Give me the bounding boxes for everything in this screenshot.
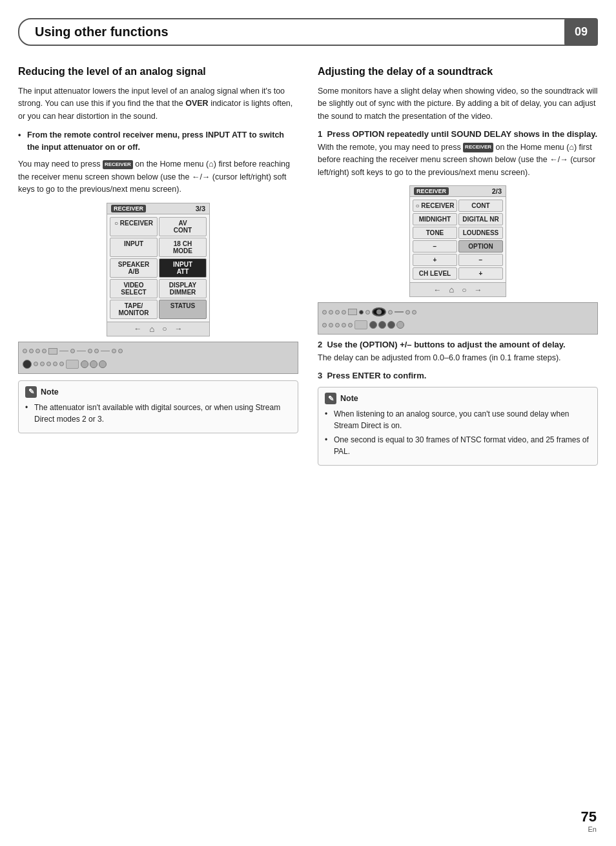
fp-r-circles	[369, 321, 404, 329]
page-title: Using other functions	[35, 25, 169, 39]
step-2-text: The delay can be adjusted from 0.0–6.0 f…	[318, 352, 598, 364]
step-1: 1 Press OPTION repeatedly until SOUND DE…	[318, 129, 598, 179]
fp-dot-4	[42, 349, 46, 353]
nav-right-arrow-left: →	[175, 324, 183, 333]
menu-btn-receiver: ○ RECEIVER	[110, 217, 158, 236]
menu-btn-inputatt: INPUTATT	[159, 258, 207, 278]
fp-sq-1	[48, 348, 57, 355]
menu-btn-display: DISPLAYDIMMER	[159, 279, 207, 298]
page-number-badge: 09	[564, 18, 598, 46]
page-footer: 75 En	[581, 809, 597, 833]
home-btn-right: ⌂	[449, 285, 454, 294]
fp-row1-right	[322, 305, 593, 318]
front-panel-left	[18, 342, 298, 374]
nav-right-arrow-r: →	[475, 285, 482, 294]
receiver-menu-grid-left: ○ RECEIVER AVCONT INPUT 18 CHMODE SPEAKE…	[107, 214, 209, 322]
fp-r-dot-3	[335, 310, 340, 315]
note-icon-left: ✎	[25, 386, 37, 398]
receiver-page-left: 3/3	[196, 205, 205, 212]
right-column: Adjusting the delay of a soundtrack Some…	[318, 65, 598, 466]
nav-circle-right: ○	[462, 285, 466, 294]
note-label-left: Note	[41, 387, 59, 397]
step-2-label: 2 Use the (OPTION) +/– buttons to adjust…	[318, 340, 598, 349]
receiver-menu-left: RECEIVER 3/3 ○ RECEIVER AVCONT INPUT 18 …	[107, 203, 210, 336]
right-section-title: Adjusting the delay of a soundtrack	[318, 65, 598, 79]
fp-r-dot-12	[335, 323, 340, 327]
menu-btn-status: STATUS	[159, 300, 207, 319]
receiver-logo-right: RECEIVER	[414, 187, 449, 195]
receiver-menu-footer-right: ← ⌂ ○ →	[410, 282, 506, 296]
fp-circle-1	[81, 360, 88, 368]
fp-dash-1	[59, 351, 68, 352]
fp-r-sq-1	[348, 309, 357, 315]
fp-dash-3	[101, 351, 110, 352]
menu-btn-r-plus: +	[413, 254, 457, 266]
fp-dot-10	[34, 362, 38, 366]
fp-r-dot-5	[359, 310, 364, 315]
fp-dot-2	[29, 349, 34, 353]
fp-r-dot-2	[329, 310, 333, 315]
fp-dot-12	[46, 362, 51, 366]
fp-r-circle-3	[387, 321, 395, 329]
menu-btn-r-digitalnr: DIGITAL NR	[458, 213, 503, 225]
fp-dot-3	[36, 349, 40, 353]
note-item-right-2: One second is equal to 30 frames of NTSC…	[325, 434, 591, 457]
fp-r-dot-10	[322, 323, 327, 327]
left-section-intro: The input attenuator lowers the input le…	[18, 85, 298, 123]
fp-circles	[81, 360, 107, 368]
home-btn-left: ⌂	[149, 324, 154, 334]
fp-r-dot-8	[406, 310, 410, 315]
fp-dot-5	[70, 349, 75, 353]
menu-btn-r-chlevel: CH LEVEL	[413, 267, 457, 280]
receiver-logo-left: RECEIVER	[111, 205, 146, 212]
fp-circle-3	[99, 360, 107, 368]
receiver-menu-footer-left: ← ⌂ ○ →	[107, 322, 209, 336]
step-3-label: 3 Press ENTER to confirm.	[318, 371, 598, 380]
fp-dot-14	[59, 362, 64, 366]
menu-btn-18ch: 18 CHMODE	[159, 238, 207, 257]
fp-r-inner-dot	[376, 309, 382, 315]
menu-btn-r-chminus: −	[458, 254, 503, 266]
step-1-label: 1 Press OPTION repeatedly until SOUND DE…	[318, 129, 598, 139]
left-sub-text: You may need to press RECEIVER on the Ho…	[18, 158, 298, 196]
note-box-left: ✎ Note The attenuator isn't available wi…	[18, 380, 298, 433]
fp-dot-6	[88, 349, 92, 353]
step-1-text: With the remote, you may need to press R…	[318, 141, 598, 179]
fp-row2-left	[23, 358, 294, 371]
note-title-right: ✎ Note	[325, 393, 591, 404]
fp-dot-8	[112, 349, 116, 353]
note-box-right: ✎ Note When listening to an analog sourc…	[318, 387, 598, 466]
menu-btn-avcont: AVCONT	[159, 217, 207, 236]
fp-r-circle-2	[378, 321, 386, 329]
fp-dot-7	[94, 349, 99, 353]
nav-circle-left: ○	[162, 324, 167, 333]
receiver-icon-left: RECEIVER	[103, 160, 133, 169]
fp-r-dot-11	[329, 323, 333, 327]
fp-r-dot-13	[342, 323, 346, 327]
fp-dash-2	[77, 351, 86, 352]
left-section-title: Reducing the level of an analog signal	[18, 65, 298, 79]
note-item-left-1: The attenuator isn't available with digi…	[25, 402, 291, 425]
fp-r-dot-14	[348, 323, 353, 327]
note-icon-right: ✎	[325, 393, 336, 404]
front-panel-right	[318, 302, 598, 335]
menu-btn-r-tone: TONE	[413, 227, 457, 239]
fp-dot-9	[118, 349, 123, 353]
receiver-page-right: 2/3	[492, 187, 502, 195]
fp-dot-13	[53, 362, 57, 366]
receiver-menu-right: RECEIVER 2/3 ○ RECEIVER CONT MIDNIGHT DI…	[409, 185, 506, 297]
nav-left-arrow-r: ←	[433, 285, 441, 294]
menu-btn-r-chplus: +	[458, 267, 503, 280]
note-item-right-1: When listening to an analog source, you …	[325, 408, 591, 431]
fp-r-circle-4	[396, 321, 404, 329]
page-header: Using other functions 09	[18, 18, 598, 46]
fp-r-dot-9	[412, 310, 416, 315]
note-label-right: Note	[340, 394, 358, 403]
fp-r-dash-1	[395, 311, 404, 313]
right-section-intro: Some monitors have a slight delay when s…	[318, 85, 598, 123]
fp-dot-11	[40, 362, 45, 366]
fp-r-record-dot	[372, 307, 386, 316]
fp-big-dot	[23, 360, 32, 369]
fp-row2-right	[322, 318, 593, 331]
menu-btn-tape: TAPE/MONITOR	[110, 300, 158, 319]
